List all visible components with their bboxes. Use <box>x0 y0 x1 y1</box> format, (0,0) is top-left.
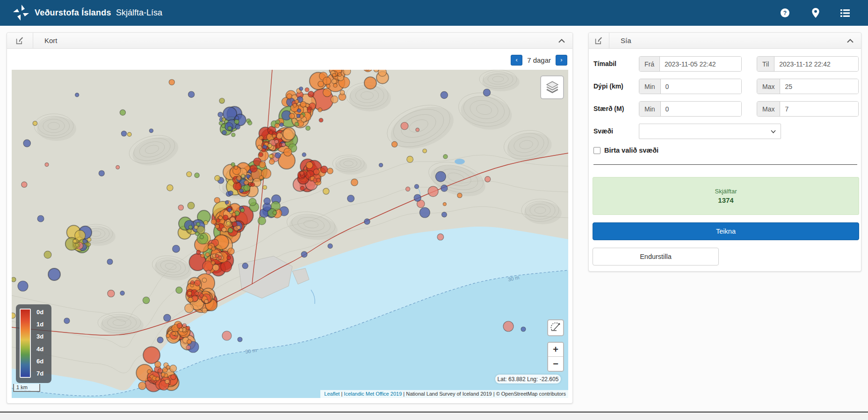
map-panel: Kort ‹ 7 dagar › 30 m30 m <box>7 32 573 404</box>
svaedi-label: Svæði <box>593 127 613 135</box>
zoom-in-button[interactable]: + <box>548 343 563 357</box>
quake-count-value: 1374 <box>718 196 733 204</box>
draw-button[interactable]: Teikna <box>593 222 859 240</box>
from-date-input[interactable] <box>660 57 741 71</box>
edit-icon[interactable] <box>589 33 609 49</box>
scale-bar: 1 km <box>13 384 40 392</box>
collapse-filter-chevron-icon[interactable] <box>847 33 854 49</box>
zoom-out-button[interactable]: − <box>548 357 563 371</box>
page: Veðurstofa Íslands Skjálfta-Lísa ? Kort … <box>0 0 868 420</box>
attribution-text: | National Land Survey of Iceland 2019 |… <box>402 391 566 397</box>
legend-label-0d: 0d <box>36 309 43 315</box>
depth-min-input[interactable] <box>661 79 741 94</box>
legend-label-1d: 1d <box>36 321 43 327</box>
max-addon: Max <box>757 79 780 94</box>
chevron-down-icon <box>771 130 776 133</box>
app-title: Skjálfta-Lísa <box>116 0 162 26</box>
magnitude-min-group: Min <box>639 101 742 117</box>
quake-count-badge: Skjálftar 1374 <box>593 177 859 215</box>
legend-label-3d: 3d <box>36 333 43 339</box>
area-checkbox-label: Birta valið svæði <box>604 147 658 154</box>
from-date-group: Frá <box>639 56 742 72</box>
area-select[interactable] <box>639 124 781 139</box>
to-date-input[interactable] <box>774 57 858 71</box>
svg-text:?: ? <box>783 10 787 16</box>
filter-panel-title: Sía <box>621 37 631 44</box>
legend-label-6d: 6d <box>36 358 43 364</box>
reset-button[interactable]: Endurstilla <box>593 248 719 265</box>
help-icon[interactable]: ? <box>781 0 789 26</box>
to-date-group: Til <box>757 56 859 72</box>
from-addon: Frá <box>639 57 660 71</box>
max-addon: Max <box>757 102 780 116</box>
min-addon: Min <box>639 79 661 94</box>
draw-area-icon <box>550 321 561 334</box>
staerd-label: Stærð (M) <box>593 105 624 112</box>
magnitude-min-input[interactable] <box>661 102 741 116</box>
age-legend: 0d 1d 3d 4d 6d 7d <box>16 304 51 383</box>
magnitude-max-group: Max <box>757 101 859 117</box>
leaflet-link[interactable]: Leaflet <box>324 391 340 397</box>
legend-gradient-bar <box>20 309 31 378</box>
filter-panel-header: Sía <box>589 33 861 49</box>
period-nav: ‹ 7 dagar › <box>511 54 567 66</box>
map-canvas: 30 m30 m <box>12 70 568 398</box>
next-period-button[interactable]: › <box>556 55 567 66</box>
min-addon: Min <box>639 102 661 116</box>
zoom-control: + − <box>547 342 564 372</box>
legend-label-4d: 4d <box>36 346 43 352</box>
edit-icon[interactable] <box>7 33 33 49</box>
list-icon[interactable] <box>840 0 850 26</box>
imo-logo-icon <box>12 4 30 23</box>
area-checkbox[interactable] <box>593 147 600 154</box>
timabil-label: Tímabil <box>593 60 616 67</box>
layers-control[interactable] <box>540 75 564 99</box>
attribution-separator: | <box>340 391 344 397</box>
collapse-map-chevron-icon[interactable] <box>558 33 565 49</box>
location-icon[interactable] <box>812 0 819 26</box>
draw-control[interactable] <box>547 319 564 336</box>
magnitude-max-input[interactable] <box>780 102 858 116</box>
layers-icon <box>546 80 559 95</box>
filter-divider <box>593 164 857 165</box>
map-panel-title: Kort <box>44 37 58 44</box>
depth-max-group: Max <box>757 79 859 94</box>
prev-period-button[interactable]: ‹ <box>511 55 522 66</box>
map[interactable]: 30 m30 m <box>12 70 568 398</box>
brand-title: Veðurstofa Íslands <box>35 0 111 26</box>
legend-label-7d: 7d <box>36 370 43 376</box>
filter-panel: Sía Tímabil Frá Til Dýpi (km) Min <box>588 32 861 272</box>
period-label: 7 dagar <box>527 56 551 64</box>
top-navbar: Veðurstofa Íslands Skjálfta-Lísa ? <box>0 0 868 26</box>
page-footer <box>0 413 868 420</box>
area-toggle-row: Birta valið svæði <box>593 147 658 154</box>
map-panel-header: Kort <box>7 33 572 49</box>
dypi-label: Dýpi (km) <box>593 82 623 90</box>
to-addon: Til <box>757 57 774 71</box>
quake-count-label: Skjálftar <box>715 188 737 195</box>
legend-labels: 0d 1d 3d 4d 6d 7d <box>36 309 43 376</box>
depth-max-input[interactable] <box>780 79 858 94</box>
map-attribution: Leaflet | Icelandic Met Office 2019 | Na… <box>320 390 568 398</box>
imo-link[interactable]: Icelandic Met Office 2019 <box>344 391 402 397</box>
coordinate-readout: Lat: 63.882 Lng: -22.605 <box>495 375 561 383</box>
depth-min-group: Min <box>639 79 742 94</box>
